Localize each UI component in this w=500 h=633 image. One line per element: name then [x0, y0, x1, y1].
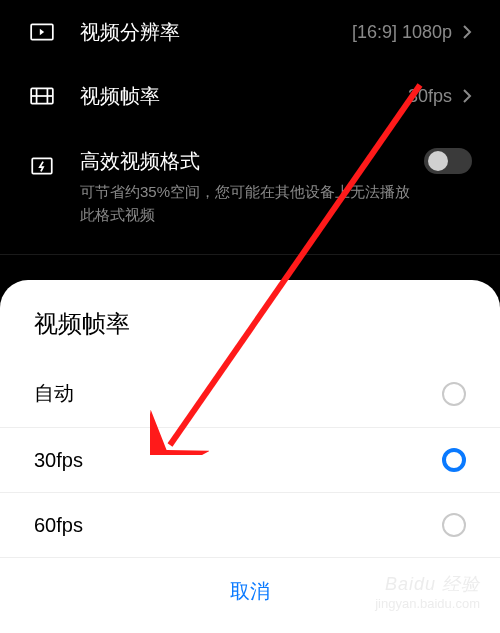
- cancel-row: 取消: [0, 558, 500, 615]
- cancel-button[interactable]: 取消: [230, 578, 270, 605]
- option-label: 自动: [34, 380, 74, 407]
- option-row-auto[interactable]: 自动: [0, 360, 500, 428]
- radio-icon: [442, 382, 466, 406]
- framerate-sheet: 视频帧率 自动 30fps 60fps 取消: [0, 280, 500, 633]
- setting-row-framerate[interactable]: 视频帧率 30fps: [0, 64, 500, 128]
- option-label: 30fps: [34, 449, 83, 472]
- radio-icon: [442, 513, 466, 537]
- chevron-right-icon: [462, 24, 472, 40]
- option-row-60fps[interactable]: 60fps: [0, 493, 500, 558]
- setting-row-resolution[interactable]: 视频分辨率 [16:9] 1080p: [0, 0, 500, 64]
- setting-row-efficient-format: 高效视频格式 可节省约35%空间，您可能在其他设备上无法播放此格式视频: [0, 128, 500, 246]
- option-label: 60fps: [34, 514, 83, 537]
- setting-label: 视频帧率: [80, 83, 408, 110]
- setting-value: 30fps: [408, 86, 452, 107]
- framerate-icon: [28, 82, 56, 110]
- option-row-30fps[interactable]: 30fps: [0, 428, 500, 493]
- resolution-icon: [28, 18, 56, 46]
- chevron-right-icon: [462, 88, 472, 104]
- divider: [0, 254, 500, 255]
- svg-rect-5: [32, 158, 52, 173]
- efficient-format-icon: [28, 152, 56, 180]
- setting-title: 高效视频格式: [80, 148, 424, 175]
- radio-selected-icon: [442, 448, 466, 472]
- settings-list: 视频分辨率 [16:9] 1080p 视频帧率 30fps: [0, 0, 500, 255]
- efficient-format-toggle[interactable]: [424, 148, 472, 174]
- setting-subtitle: 可节省约35%空间，您可能在其他设备上无法播放此格式视频: [80, 181, 424, 226]
- sheet-title: 视频帧率: [0, 308, 500, 360]
- setting-label: 视频分辨率: [80, 19, 352, 46]
- setting-value: [16:9] 1080p: [352, 22, 452, 43]
